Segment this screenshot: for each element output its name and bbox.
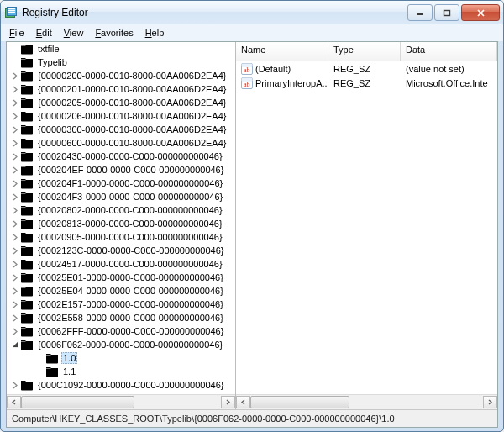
scroll-right-button[interactable] — [483, 396, 497, 408]
tree-node-guid[interactable]: {0015B4CC-EDC9-3A0E-B14A-AFB8F75F2A1C — [7, 392, 235, 394]
tree-node-version[interactable]: 1.1 — [7, 365, 235, 378]
tree-node-label: {00020430-0000-0000-C000-000000000046} — [36, 151, 224, 161]
scroll-thumb[interactable] — [250, 396, 349, 408]
tree-node-guid[interactable]: {0002E157-0000-0000-C000-000000000046} — [7, 298, 235, 311]
minimize-button[interactable] — [407, 4, 433, 21]
tree-node-guid[interactable]: {0002123C-0000-0000-C000-000000000046} — [7, 244, 235, 257]
tree-node-label: {00025E01-0000-0000-C000-000000000046} — [36, 272, 225, 282]
folder-icon — [20, 339, 34, 350]
list-row[interactable]: PrimaryInteropA...REG_SZMicrosoft.Office… — [236, 76, 497, 90]
tree-node-guid[interactable]: {00025E01-0000-0000-C000-000000000046} — [7, 271, 235, 284]
value-name: (Default) — [255, 64, 291, 74]
expand-icon[interactable] — [10, 272, 20, 282]
folder-icon — [20, 285, 34, 297]
list-row[interactable]: (Default)REG_SZ(value not set) — [236, 61, 497, 76]
menu-favorites[interactable]: Favorites — [90, 26, 138, 40]
scroll-left-button[interactable] — [7, 396, 21, 408]
expand-icon[interactable] — [10, 111, 20, 121]
tree-node-guid[interactable]: {000C1092-0000-0000-C000-000000000046} — [7, 378, 235, 392]
folder-icon — [20, 191, 34, 203]
scroll-left-button[interactable] — [236, 396, 250, 408]
tree-node-guid[interactable]: {00000300-0000-0010-8000-00AA006D2EA4} — [7, 123, 235, 136]
scroll-track[interactable] — [21, 396, 221, 408]
expand-icon[interactable] — [10, 299, 20, 309]
expand-icon[interactable] — [10, 165, 20, 175]
expand-icon[interactable] — [10, 219, 20, 229]
tree-node-guid[interactable]: {00000200-0000-0010-8000-00AA006D2EA4} — [7, 69, 235, 82]
tree-node-typelib[interactable]: Typelib — [7, 55, 235, 69]
expand-icon[interactable] — [10, 192, 20, 202]
folder-icon — [20, 312, 34, 324]
expand-icon[interactable] — [10, 138, 20, 148]
expand-icon[interactable] — [10, 313, 20, 323]
expand-icon[interactable] — [10, 71, 20, 81]
maximize-button[interactable] — [434, 4, 459, 21]
expand-icon[interactable] — [10, 151, 20, 161]
titlebar[interactable]: Registry Editor — [1, 1, 503, 24]
menu-file[interactable]: File — [4, 26, 29, 40]
folder-icon — [20, 137, 34, 149]
tree-node-guid[interactable]: {00025E04-0000-0000-C000-000000000046} — [7, 284, 235, 298]
scroll-thumb[interactable] — [21, 396, 134, 408]
tree-node-guid[interactable]: {00000600-0000-0010-8000-00AA006D2EA4} — [7, 136, 235, 150]
expand-icon[interactable] — [10, 232, 20, 242]
tree-body[interactable]: txtfileTypelib{00000200-0000-0010-8000-0… — [7, 42, 235, 394]
tree-node-guid[interactable]: {00020430-0000-0000-C000-000000000046} — [7, 150, 235, 163]
folder-icon — [20, 204, 34, 216]
tree-node-label: {000204F3-0000-0000-C000-000000000046} — [36, 192, 224, 202]
expand-icon[interactable] — [10, 393, 20, 394]
folder-icon — [20, 271, 34, 283]
tree-node-guid[interactable]: {000204EF-0000-0000-C000-000000000046} — [7, 163, 235, 176]
tree-node-guid[interactable]: {00024517-0000-0000-C000-000000000046} — [7, 257, 235, 271]
folder-icon — [20, 110, 34, 122]
tree-node-label: {0006F062-0000-0000-C000-000000000046} — [36, 340, 224, 350]
expand-icon[interactable] — [10, 205, 20, 215]
expand-icon[interactable] — [10, 84, 20, 94]
tree-node-txtfile[interactable]: txtfile — [7, 42, 235, 55]
tree-node-guid[interactable]: {0002E558-0000-0000-C000-000000000046} — [7, 311, 235, 324]
tree-node-label: {00020813-0000-0000-C000-000000000046} — [36, 219, 224, 229]
tree-node-guid[interactable]: {00020802-0000-0000-C000-000000000046} — [7, 203, 235, 217]
tree-node-version[interactable]: 1.0 — [7, 351, 235, 365]
col-name[interactable]: Name — [236, 42, 328, 61]
scroll-right-button[interactable] — [221, 396, 235, 408]
menu-view[interactable]: View — [59, 26, 89, 40]
tree-node-label: {00020802-0000-0000-C000-000000000046} — [36, 205, 224, 215]
tree-node-label: {00025E04-0000-0000-C000-000000000046} — [36, 286, 225, 296]
tree-node-guid[interactable]: {00000201-0000-0010-8000-00AA006D2EA4} — [7, 82, 235, 96]
tree-node-guid[interactable]: {000204F3-0000-0000-C000-000000000046} — [7, 190, 235, 203]
tree-node-label: {000204EF-0000-0000-C000-000000000046} — [36, 165, 225, 175]
tree-node-label: {0015B4CC-EDC9-3A0E-B14A-AFB8F75F2A1C — [36, 393, 235, 394]
value-type: REG_SZ — [328, 64, 401, 74]
tree-node-guid[interactable]: {00000206-0000-0010-8000-00AA006D2EA4} — [7, 109, 235, 123]
app-icon — [4, 6, 18, 19]
scroll-track[interactable] — [250, 396, 483, 408]
expand-icon[interactable] — [10, 178, 20, 188]
expand-icon[interactable] — [10, 259, 20, 269]
expand-icon[interactable] — [10, 286, 20, 296]
close-button[interactable] — [461, 4, 500, 21]
tree-node-label: {0002123C-0000-0000-C000-000000000046} — [36, 245, 225, 256]
expand-icon[interactable] — [10, 245, 20, 256]
tree-node-guid[interactable]: {00000205-0000-0010-8000-00AA006D2EA4} — [7, 96, 235, 109]
menu-edit[interactable]: Edit — [31, 26, 57, 40]
menu-help[interactable]: Help — [140, 26, 170, 40]
expand-icon[interactable] — [10, 97, 20, 108]
expand-icon[interactable] — [10, 124, 20, 134]
list-body[interactable]: (Default)REG_SZ(value not set)PrimaryInt… — [236, 61, 497, 394]
collapse-icon[interactable] — [10, 340, 20, 350]
tree-hscroll[interactable] — [7, 394, 235, 409]
tree-node-guid-expanded[interactable]: {0006F062-0000-0000-C000-000000000046} — [7, 338, 235, 351]
value-name: PrimaryInteropA... — [255, 78, 328, 88]
tree-node-label: {00000201-0000-0010-8000-00AA006D2EA4} — [36, 84, 228, 94]
tree-node-guid[interactable]: {00020813-0000-0000-C000-000000000046} — [7, 217, 235, 230]
col-type[interactable]: Type — [328, 42, 401, 61]
expand-icon[interactable] — [10, 326, 20, 336]
expand-icon[interactable] — [10, 380, 20, 390]
folder-icon — [20, 83, 34, 95]
col-data[interactable]: Data — [401, 42, 497, 61]
tree-node-guid[interactable]: {000204F1-0000-0000-C000-000000000046} — [7, 176, 235, 190]
list-hscroll[interactable] — [236, 394, 497, 409]
tree-node-guid[interactable]: {00062FFF-0000-0000-C000-000000000046} — [7, 324, 235, 338]
tree-node-guid[interactable]: {00020905-0000-0000-C000-000000000046} — [7, 230, 235, 244]
